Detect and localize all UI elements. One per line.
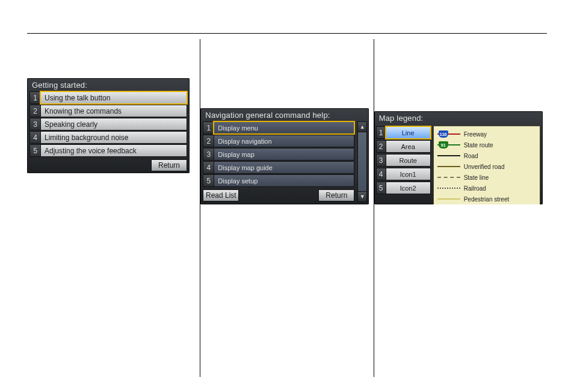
scroll-up-button[interactable]: ▲ xyxy=(357,121,367,132)
legend-row: 110Freeway xyxy=(437,129,536,139)
legend-symbol-icon xyxy=(437,163,460,170)
legend-label: Unverified road xyxy=(464,164,505,170)
map-legend-category-list: 1Line2Area3Route4Icon15Icon2 xyxy=(374,124,432,204)
panel-title: Map legend: xyxy=(374,111,543,124)
list-item-number: 2 xyxy=(376,140,386,153)
horizontal-rule xyxy=(27,33,547,34)
list-item[interactable]: 2Display navigation xyxy=(203,135,354,147)
list-item-number: 1 xyxy=(29,91,40,104)
list-item-label: Line xyxy=(386,126,431,139)
map-legend-area: 110Freeway91State routeRoadUnverified ro… xyxy=(433,126,540,204)
column-2: Navigation general command help: 1Displa… xyxy=(200,39,373,377)
list-item-number: 2 xyxy=(203,135,214,147)
list-item-label: Display menu xyxy=(214,121,354,134)
list-item[interactable]: 5Adjusting the voice feedback xyxy=(29,144,187,157)
columns: Getting started: 1Using the talk button2… xyxy=(27,39,547,377)
list-item-number: 5 xyxy=(376,182,386,194)
legend-symbol-icon xyxy=(437,174,460,181)
list-item-label: Display navigation xyxy=(214,135,354,147)
list-item-label: Display map guide xyxy=(214,161,354,174)
legend-row: Railroad xyxy=(437,183,536,194)
list-item[interactable]: 2Area xyxy=(376,140,431,153)
list-item-label: Display map xyxy=(214,148,354,161)
scrollbar[interactable]: ▲ ▼ xyxy=(357,121,367,202)
legend-label: Freeway xyxy=(464,131,487,138)
scroll-down-button[interactable]: ▼ xyxy=(357,191,367,202)
getting-started-panel: Getting started: 1Using the talk button2… xyxy=(27,78,190,173)
list-item[interactable]: 4Limiting background noise xyxy=(29,131,187,144)
list-item-number: 3 xyxy=(376,154,386,167)
column-1: Getting started: 1Using the talk button2… xyxy=(27,39,200,377)
list-item-number: 2 xyxy=(29,105,40,117)
list-item-number: 4 xyxy=(376,168,386,180)
legend-label: State line xyxy=(464,174,489,181)
panel-title: Getting started: xyxy=(27,78,190,91)
legend-label: Road xyxy=(464,153,478,159)
legend-symbol-icon: 110 xyxy=(437,130,460,138)
legend-row: Pedestrian street xyxy=(437,194,536,204)
list-item[interactable]: 1Using the talk button xyxy=(29,91,187,104)
list-item-label: Speaking clearly xyxy=(40,118,187,130)
scroll-track[interactable] xyxy=(357,132,367,191)
getting-started-list: 1Using the talk button2Knowing the comma… xyxy=(27,91,190,157)
list-item-number: 1 xyxy=(203,121,214,134)
map-legend-panel: Map legend: 1Line2Area3Route4Icon15Icon2… xyxy=(374,111,543,204)
list-item[interactable]: 5Icon2 xyxy=(376,182,431,194)
nav-command-help-panel: Navigation general command help: 1Displa… xyxy=(200,108,369,204)
legend-row: State line xyxy=(437,172,536,183)
list-item[interactable]: 4Display map guide xyxy=(203,161,354,174)
panel-title: Navigation general command help: xyxy=(200,108,369,121)
list-item[interactable]: 2Knowing the commands xyxy=(29,105,187,117)
legend-label: Railroad xyxy=(464,185,486,192)
list-item[interactable]: 3Route xyxy=(376,154,431,167)
legend-label: Pedestrian street xyxy=(464,196,510,203)
list-item-label: Icon1 xyxy=(386,168,431,180)
list-item[interactable]: 1Line xyxy=(376,126,431,139)
list-item-number: 4 xyxy=(29,131,40,144)
list-item[interactable]: 4Icon1 xyxy=(376,168,431,180)
list-item-label: Icon2 xyxy=(386,182,431,194)
list-item-label: Display setup xyxy=(214,174,354,187)
list-item[interactable]: 5Display setup xyxy=(203,174,354,187)
return-button[interactable]: Return xyxy=(318,189,354,201)
legend-label: State route xyxy=(464,142,493,149)
list-item-number: 3 xyxy=(203,148,214,161)
return-button[interactable]: Return xyxy=(151,159,187,171)
list-item-label: Area xyxy=(386,140,431,153)
list-item[interactable]: 3Speaking clearly xyxy=(29,118,187,130)
nav-command-list: 1Display menu2Display navigation3Display… xyxy=(200,121,357,187)
list-item-number: 5 xyxy=(29,144,40,157)
legend-symbol-icon xyxy=(437,185,460,192)
legend-row: Road xyxy=(437,150,536,161)
list-item-number: 5 xyxy=(203,174,214,187)
list-item-label: Adjusting the voice feedback xyxy=(40,144,187,157)
list-item[interactable]: 3Display map xyxy=(203,148,354,161)
legend-symbol-icon xyxy=(437,195,460,203)
list-item-number: 4 xyxy=(203,161,214,174)
list-item-label: Limiting background noise xyxy=(40,131,187,144)
legend-symbol-icon: 91 xyxy=(437,141,460,149)
legend-symbol-icon xyxy=(437,152,460,159)
legend-row: 91State route xyxy=(437,139,536,150)
list-item[interactable]: 1Display menu xyxy=(203,121,354,134)
list-item-number: 1 xyxy=(376,126,386,139)
list-item-label: Using the talk button xyxy=(40,91,187,104)
list-item-label: Route xyxy=(386,154,431,167)
column-3: Map legend: 1Line2Area3Route4Icon15Icon2… xyxy=(374,39,547,377)
legend-row: Unverified road xyxy=(437,161,536,172)
list-item-label: Knowing the commands xyxy=(40,105,187,117)
read-list-button[interactable]: Read List xyxy=(203,189,239,201)
list-item-number: 3 xyxy=(29,118,40,130)
